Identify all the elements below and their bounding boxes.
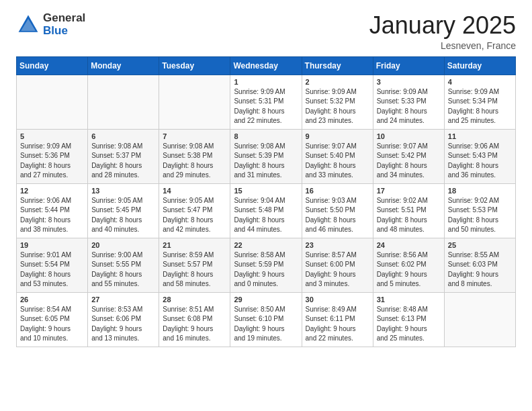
day-info: Sunrise: 9:05 AM Sunset: 5:45 PM Dayligh…	[91, 196, 155, 235]
col-saturday: Saturday	[444, 56, 515, 75]
table-row	[159, 75, 230, 129]
day-info: Sunrise: 9:09 AM Sunset: 5:36 PM Dayligh…	[20, 142, 84, 181]
col-sunday: Sunday	[17, 56, 88, 75]
page: General Blue January 2025 Lesneven, Fran…	[0, 0, 532, 411]
day-number: 5	[20, 132, 84, 140]
day-info: Sunrise: 8:59 AM Sunset: 5:57 PM Dayligh…	[163, 250, 226, 289]
col-friday: Friday	[373, 56, 444, 75]
day-info: Sunrise: 9:05 AM Sunset: 5:47 PM Dayligh…	[163, 196, 226, 235]
calendar-header-row: Sunday Monday Tuesday Wednesday Thursday…	[17, 56, 516, 75]
table-row: 25Sunrise: 8:55 AM Sunset: 6:03 PM Dayli…	[444, 238, 515, 292]
logo: General Blue	[16, 12, 85, 37]
table-row: 20Sunrise: 9:00 AM Sunset: 5:55 PM Dayli…	[88, 238, 159, 292]
day-info: Sunrise: 9:03 AM Sunset: 5:50 PM Dayligh…	[306, 196, 369, 235]
table-row: 18Sunrise: 9:02 AM Sunset: 5:53 PM Dayli…	[444, 183, 515, 238]
day-info: Sunrise: 9:02 AM Sunset: 5:53 PM Dayligh…	[448, 196, 512, 235]
calendar-table: Sunday Monday Tuesday Wednesday Thursday…	[16, 56, 516, 347]
calendar-week-row: 26Sunrise: 8:54 AM Sunset: 6:05 PM Dayli…	[17, 292, 516, 347]
day-number: 23	[306, 241, 369, 249]
day-number: 30	[306, 295, 369, 304]
day-info: Sunrise: 9:09 AM Sunset: 5:34 PM Dayligh…	[448, 87, 512, 126]
table-row: 4Sunrise: 9:09 AM Sunset: 5:34 PM Daylig…	[444, 75, 515, 129]
day-info: Sunrise: 9:08 AM Sunset: 5:37 PM Dayligh…	[91, 142, 155, 181]
day-number: 14	[163, 187, 226, 195]
day-number: 20	[91, 241, 155, 249]
table-row: 8Sunrise: 9:08 AM Sunset: 5:39 PM Daylig…	[230, 129, 302, 183]
calendar-week-row: 19Sunrise: 9:01 AM Sunset: 5:54 PM Dayli…	[17, 238, 516, 292]
table-row: 24Sunrise: 8:56 AM Sunset: 6:02 PM Dayli…	[373, 238, 444, 292]
logo-text: General Blue	[43, 12, 85, 37]
table-row: 19Sunrise: 9:01 AM Sunset: 5:54 PM Dayli…	[17, 238, 88, 292]
table-row: 14Sunrise: 9:05 AM Sunset: 5:47 PM Dayli…	[159, 183, 230, 238]
logo-blue-text: Blue	[43, 25, 85, 38]
day-info: Sunrise: 8:50 AM Sunset: 6:10 PM Dayligh…	[234, 305, 298, 344]
day-info: Sunrise: 9:06 AM Sunset: 5:44 PM Dayligh…	[20, 196, 84, 235]
day-info: Sunrise: 8:56 AM Sunset: 6:02 PM Dayligh…	[377, 250, 441, 289]
location-subtitle: Lesneven, France	[369, 40, 516, 51]
day-info: Sunrise: 9:09 AM Sunset: 5:32 PM Dayligh…	[306, 87, 369, 126]
day-info: Sunrise: 9:08 AM Sunset: 5:38 PM Dayligh…	[163, 142, 226, 181]
day-number: 6	[91, 132, 155, 140]
table-row: 3Sunrise: 9:09 AM Sunset: 5:33 PM Daylig…	[373, 75, 444, 129]
table-row: 23Sunrise: 8:57 AM Sunset: 6:00 PM Dayli…	[302, 238, 373, 292]
table-row: 30Sunrise: 8:49 AM Sunset: 6:11 PM Dayli…	[302, 292, 373, 347]
col-thursday: Thursday	[302, 56, 373, 75]
day-number: 10	[377, 132, 441, 140]
table-row	[444, 292, 515, 347]
month-title: January 2025	[369, 12, 516, 39]
table-row: 17Sunrise: 9:02 AM Sunset: 5:51 PM Dayli…	[373, 183, 444, 238]
table-row	[88, 75, 159, 129]
day-info: Sunrise: 9:00 AM Sunset: 5:55 PM Dayligh…	[91, 250, 155, 289]
day-number: 25	[448, 241, 512, 249]
day-info: Sunrise: 9:04 AM Sunset: 5:48 PM Dayligh…	[234, 196, 298, 235]
table-row: 21Sunrise: 8:59 AM Sunset: 5:57 PM Dayli…	[159, 238, 230, 292]
day-info: Sunrise: 9:01 AM Sunset: 5:54 PM Dayligh…	[20, 250, 84, 289]
day-number: 28	[163, 295, 226, 304]
day-info: Sunrise: 8:58 AM Sunset: 5:59 PM Dayligh…	[234, 250, 298, 289]
table-row: 26Sunrise: 8:54 AM Sunset: 6:05 PM Dayli…	[17, 292, 88, 347]
table-row: 10Sunrise: 9:07 AM Sunset: 5:42 PM Dayli…	[373, 129, 444, 183]
header: General Blue January 2025 Lesneven, Fran…	[16, 12, 516, 51]
day-number: 22	[234, 241, 298, 249]
day-number: 31	[377, 295, 441, 304]
day-number: 26	[20, 295, 84, 304]
col-monday: Monday	[88, 56, 159, 75]
day-number: 13	[91, 187, 155, 195]
calendar-week-row: 12Sunrise: 9:06 AM Sunset: 5:44 PM Dayli…	[17, 183, 516, 238]
day-info: Sunrise: 8:55 AM Sunset: 6:03 PM Dayligh…	[448, 250, 512, 289]
day-info: Sunrise: 8:53 AM Sunset: 6:06 PM Dayligh…	[91, 305, 155, 344]
day-number: 19	[20, 241, 84, 249]
day-number: 15	[234, 187, 298, 195]
day-info: Sunrise: 8:48 AM Sunset: 6:13 PM Dayligh…	[377, 305, 441, 344]
col-tuesday: Tuesday	[159, 56, 230, 75]
day-info: Sunrise: 9:07 AM Sunset: 5:42 PM Dayligh…	[377, 142, 441, 181]
day-number: 2	[306, 78, 369, 86]
day-info: Sunrise: 9:09 AM Sunset: 5:31 PM Dayligh…	[234, 87, 298, 126]
day-number: 24	[377, 241, 441, 249]
table-row: 22Sunrise: 8:58 AM Sunset: 5:59 PM Dayli…	[230, 238, 302, 292]
day-info: Sunrise: 9:06 AM Sunset: 5:43 PM Dayligh…	[448, 142, 512, 181]
day-number: 16	[306, 187, 369, 195]
table-row: 2Sunrise: 9:09 AM Sunset: 5:32 PM Daylig…	[302, 75, 373, 129]
day-number: 7	[163, 132, 226, 140]
day-number: 1	[234, 78, 298, 86]
table-row: 13Sunrise: 9:05 AM Sunset: 5:45 PM Dayli…	[88, 183, 159, 238]
table-row: 27Sunrise: 8:53 AM Sunset: 6:06 PM Dayli…	[88, 292, 159, 347]
logo-icon	[16, 13, 40, 37]
calendar-week-row: 5Sunrise: 9:09 AM Sunset: 5:36 PM Daylig…	[17, 129, 516, 183]
day-number: 9	[306, 132, 369, 140]
table-row: 29Sunrise: 8:50 AM Sunset: 6:10 PM Dayli…	[230, 292, 302, 347]
day-number: 18	[448, 187, 512, 195]
day-info: Sunrise: 8:54 AM Sunset: 6:05 PM Dayligh…	[20, 305, 84, 344]
day-info: Sunrise: 8:57 AM Sunset: 6:00 PM Dayligh…	[306, 250, 369, 289]
day-number: 17	[377, 187, 441, 195]
day-number: 27	[91, 295, 155, 304]
day-info: Sunrise: 8:51 AM Sunset: 6:08 PM Dayligh…	[163, 305, 226, 344]
table-row: 31Sunrise: 8:48 AM Sunset: 6:13 PM Dayli…	[373, 292, 444, 347]
table-row: 7Sunrise: 9:08 AM Sunset: 5:38 PM Daylig…	[159, 129, 230, 183]
logo-general-text: General	[43, 12, 85, 25]
table-row: 9Sunrise: 9:07 AM Sunset: 5:40 PM Daylig…	[302, 129, 373, 183]
table-row: 1Sunrise: 9:09 AM Sunset: 5:31 PM Daylig…	[230, 75, 302, 129]
day-number: 11	[448, 132, 512, 140]
day-number: 4	[448, 78, 512, 86]
